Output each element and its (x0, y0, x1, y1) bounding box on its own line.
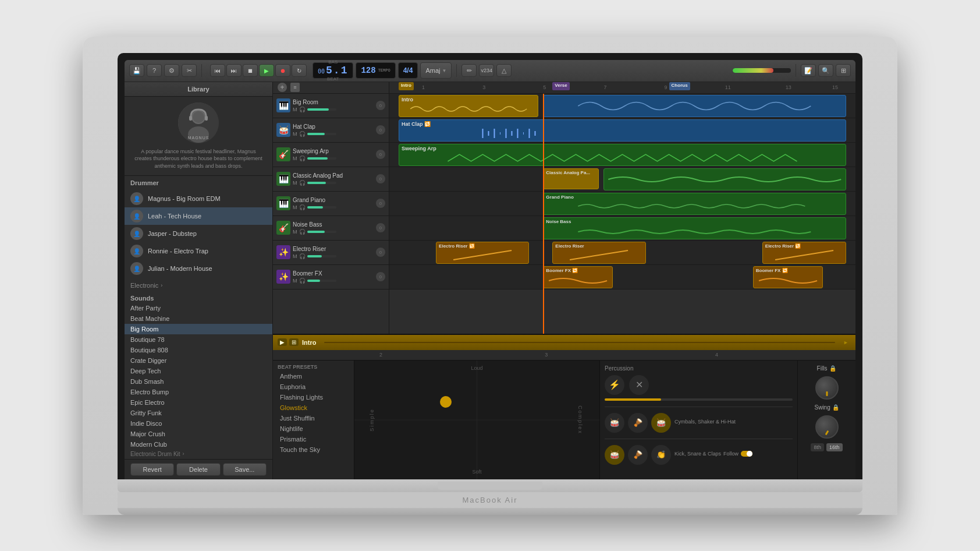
track-mute-classic-analog[interactable]: M (293, 180, 297, 186)
sound-beat-machine[interactable]: Beat Machine (125, 313, 272, 324)
preset-prismatic[interactable]: Prismatic (273, 434, 354, 444)
sound-gritty-funk[interactable]: Gritty Funk (125, 408, 272, 418)
note-16th-btn[interactable]: 16th (826, 443, 843, 451)
rewind-btn[interactable]: ⏮ (210, 64, 225, 77)
preset-euphoria[interactable]: Euphoria (273, 382, 354, 392)
track-settings-electro-riser[interactable]: ○ (376, 248, 385, 257)
cut-btn[interactable]: ✂ (182, 64, 197, 77)
add-track-btn[interactable]: + (278, 83, 287, 92)
delete-btn[interactable]: Delete (176, 463, 220, 476)
loop-btn[interactable]: ↻ (292, 64, 307, 77)
tracks-scroll[interactable]: 🎹 Big Room M 🎧 (273, 94, 855, 334)
track-mute-noise-bass[interactable]: M (293, 229, 297, 235)
track-headphones-boomer-fx[interactable]: 🎧 (299, 278, 306, 284)
track-volume-sweeping-arp[interactable] (307, 157, 336, 160)
drummer-item-ronnie[interactable]: 👤 Ronnie - Electro Trap (125, 242, 272, 260)
arr-block-classic-analog-2[interactable] (603, 168, 846, 190)
track-headphones-grand-piano[interactable]: 🎧 (299, 204, 306, 210)
track-volume-big-room[interactable] (307, 108, 336, 111)
arr-block-sweeping-arp[interactable]: Sweeping Arp (399, 144, 846, 166)
cymbal-icon[interactable]: 🥁 (605, 413, 624, 433)
track-mute-grand-piano[interactable]: M (293, 204, 297, 210)
hihat-icon[interactable]: 🥁 (651, 413, 671, 433)
shaker-icon[interactable]: 🪘 (628, 413, 648, 433)
track-headphones-classic-analog[interactable]: 🎧 (299, 180, 306, 186)
subcategory-row[interactable]: Electronic Drum Kit › (125, 449, 272, 459)
arr-row-big-room[interactable]: Intro (389, 94, 855, 118)
play-btn[interactable]: ▶ (259, 64, 274, 77)
sound-deep-tech[interactable]: Deep Tech (125, 366, 272, 376)
fills-lock-icon[interactable]: 🔒 (829, 365, 836, 372)
pencil-btn[interactable]: ✏ (461, 64, 477, 77)
edit-btn[interactable]: 📝 (801, 64, 816, 77)
stop-btn[interactable]: ⏹ (243, 64, 258, 77)
beat-pad-area[interactable]: Loud Soft Simple Complex (354, 361, 599, 479)
drummer-item-magnus[interactable]: 👤 Magnus - Big Room EDM (125, 190, 272, 207)
zoom-btn[interactable]: v234 (479, 64, 494, 77)
sound-epic-electro[interactable]: Epic Electro (125, 397, 272, 408)
mixer-btn[interactable]: ⊞ (836, 64, 851, 77)
kick-icon[interactable]: 🥁 (605, 445, 624, 465)
preset-nightlife[interactable]: Nightlife (273, 423, 354, 434)
arr-row-hat-clap[interactable]: Hat Clap 🔁 (389, 118, 855, 143)
track-settings-sweeping-arp[interactable]: ○ (376, 150, 385, 159)
track-settings-boomer-fx[interactable]: ○ (376, 272, 385, 281)
save-project-btn[interactable]: 💾 (129, 64, 144, 77)
settings-btn[interactable]: ⚙ (164, 64, 179, 77)
arr-row-boomer-fx[interactable]: Boomer FX 🔁 Boomer FX 🔁 (389, 265, 855, 289)
track-volume-noise-bass[interactable] (307, 231, 336, 233)
sound-indie-disco[interactable]: Indie Disco (125, 418, 272, 429)
sound-after-party[interactable]: After Party (125, 303, 272, 313)
follow-toggle[interactable] (741, 451, 752, 457)
track-options-btn[interactable]: ≡ (290, 83, 300, 92)
track-settings-big-room[interactable]: ○ (376, 101, 385, 110)
track-mute-big-room[interactable]: M (293, 107, 297, 112)
track-volume-boomer-fx[interactable] (307, 280, 336, 282)
revert-btn[interactable]: Revert (130, 463, 174, 476)
snare-icon[interactable]: 🪘 (628, 445, 648, 465)
perc-x-icon[interactable]: ✕ (629, 375, 649, 395)
track-settings-grand-piano[interactable]: ○ (376, 199, 385, 208)
arr-block-classic-analog-1[interactable]: Classic Analog Pa... (543, 168, 599, 189)
cpu-btn[interactable]: △ (496, 64, 512, 77)
time-sig-display[interactable]: 4/4 (398, 62, 418, 79)
track-headphones-big-room[interactable]: 🎧 (299, 107, 306, 112)
swing-knob[interactable] (815, 415, 839, 439)
track-settings-noise-bass[interactable]: ○ (376, 223, 385, 232)
arr-row-electro-riser[interactable]: Electro Riser 🔁 Electro Riser (389, 241, 855, 265)
tempo-display[interactable]: 128 TEMPO (356, 62, 395, 79)
sound-boutique-808[interactable]: Boutique 808 (125, 345, 272, 355)
fills-knob[interactable] (815, 376, 839, 400)
drummer-item-julian[interactable]: 👤 Julian - Modern House (125, 260, 272, 277)
perc-percussion-slider[interactable] (605, 398, 793, 401)
arr-block-noise-bass[interactable]: Noise Bass (543, 217, 846, 239)
fast-forward-btn[interactable]: ⏭ (226, 64, 242, 77)
arr-block-boomer-fx-2[interactable]: Boomer FX 🔁 (753, 266, 823, 288)
track-headphones-sweeping-arp[interactable]: 🎧 (299, 156, 306, 161)
track-volume-classic-analog[interactable] (307, 182, 336, 184)
browser-btn[interactable]: 🔍 (818, 64, 833, 77)
track-volume-grand-piano[interactable] (307, 206, 336, 209)
arr-block-boomer-fx-1[interactable]: Boomer FX 🔁 (543, 266, 613, 288)
master-level[interactable] (733, 68, 791, 73)
preset-anthem[interactable]: Anthem (273, 371, 354, 382)
arr-block-big-room-intro[interactable]: Intro (399, 95, 538, 117)
sound-electro-bump[interactable]: Electro Bump (125, 387, 272, 397)
arr-row-sweeping-arp[interactable]: Sweeping Arp (389, 143, 855, 167)
preset-flashing-lights[interactable]: Flashing Lights (273, 392, 354, 402)
track-headphones-electro-riser[interactable]: 🎧 (299, 253, 306, 259)
sound-crate-digger[interactable]: Crate Digger (125, 355, 272, 366)
arr-row-noise-bass[interactable]: Noise Bass (389, 216, 855, 241)
arr-block-electro-riser-2[interactable]: Electro Riser (552, 242, 645, 264)
drummer-item-jasper[interactable]: 👤 Jasper - Dubstep (125, 225, 272, 242)
sound-big-room[interactable]: Big Room (125, 324, 272, 334)
track-mute-boomer-fx[interactable]: M (293, 278, 297, 284)
note-8th-btn[interactable]: 8th (811, 443, 824, 451)
help-btn[interactable]: ? (147, 64, 162, 77)
track-headphones-noise-bass[interactable]: 🎧 (299, 229, 306, 235)
arr-row-grand-piano[interactable]: Grand Piano (389, 192, 855, 216)
track-volume-electro-riser[interactable] (307, 255, 336, 257)
track-volume-hat-clap[interactable] (307, 133, 336, 135)
arr-block-electro-riser-3[interactable]: Electro Riser 🔁 (762, 242, 846, 264)
perc-lightning-icon[interactable]: ⚡ (605, 375, 624, 395)
